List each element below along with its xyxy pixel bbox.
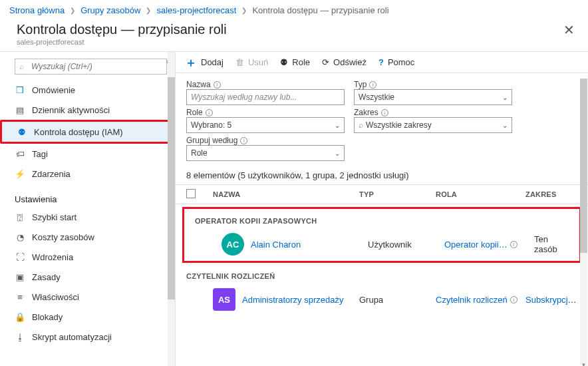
sidebar-item-quickstart[interactable]: ⍰ Szybki start bbox=[0, 207, 175, 227]
roles-button[interactable]: ⚉ Role bbox=[280, 57, 310, 67]
info-icon[interactable]: i bbox=[206, 109, 213, 116]
page-subtitle: sales-projectforecast bbox=[0, 38, 588, 46]
role-link[interactable]: Operator kopii… bbox=[444, 240, 508, 250]
avatar: AS bbox=[213, 288, 235, 311]
refresh-icon: ⟳ bbox=[322, 57, 329, 67]
sidebar-item-properties[interactable]: ≡ Właściwości bbox=[0, 287, 175, 307]
col-header-role[interactable]: ROLA bbox=[436, 190, 525, 198]
filter-group-label: Grupuj wedługi bbox=[186, 136, 345, 145]
toolbar-label: Role bbox=[292, 57, 310, 67]
sidebar-item-label: Wdrożenia bbox=[32, 252, 73, 262]
sidebar-item-locks[interactable]: 🔒 Blokady bbox=[0, 307, 175, 327]
trash-icon: 🗑 bbox=[235, 57, 244, 67]
delete-button[interactable]: 🗑 Usuń bbox=[235, 57, 268, 67]
sidebar-item-activity-log[interactable]: ▤ Dziennik aktywności bbox=[0, 100, 175, 120]
sidebar-item-events[interactable]: ⚡ Zdarzenia bbox=[0, 164, 175, 184]
filter-roles-label: Rolei bbox=[186, 108, 345, 117]
scroll-down-icon[interactable]: ▼ bbox=[580, 360, 587, 366]
sidebar-item-automation-script[interactable]: ⭳ Skrypt automatyzacji bbox=[0, 327, 175, 347]
help-icon: ? bbox=[378, 57, 384, 67]
search-icon: ⌕ bbox=[19, 62, 24, 71]
filter-scope-label: Zakresi bbox=[354, 108, 512, 117]
chevron-down-icon: ⌄ bbox=[502, 122, 508, 129]
log-icon: ▤ bbox=[15, 104, 25, 115]
chevron-down-icon: ⌄ bbox=[335, 122, 340, 129]
col-header-name[interactable]: NAZWA bbox=[213, 190, 359, 198]
policy-icon: ▣ bbox=[15, 272, 25, 282]
filter-group-select[interactable]: Role⌄ bbox=[186, 145, 345, 161]
group-title: CZYTELNIK ROZLICZEŃ bbox=[176, 266, 588, 284]
chevron-down-icon: ⌄ bbox=[502, 94, 508, 101]
info-icon[interactable]: i bbox=[381, 109, 388, 116]
breadcrumb-rg[interactable]: Grupy zasobów bbox=[80, 5, 140, 15]
filter-name-label: Nazwai bbox=[186, 80, 345, 89]
sidebar-item-label: Zdarzenia bbox=[32, 169, 71, 179]
info-icon[interactable]: i bbox=[240, 137, 247, 144]
filter-type-select[interactable]: Wszystkie⌄ bbox=[354, 89, 512, 105]
chevron-right-icon: ❯ bbox=[70, 7, 75, 14]
principal-type: Grupa bbox=[359, 295, 436, 305]
refresh-button[interactable]: ⟳ Odśwież bbox=[322, 57, 367, 67]
breadcrumb-current: Kontrola dostępu — przypisanie roli bbox=[252, 5, 388, 15]
sidebar-item-label: Koszty zasobów bbox=[32, 232, 94, 242]
scope-text: Subskrypcja (odzie… bbox=[525, 295, 577, 305]
principal-link[interactable]: Alain Charon bbox=[251, 240, 301, 250]
sidebar-item-label: Skrypt automatyzacji bbox=[32, 332, 112, 342]
scope-text: Ten zasób bbox=[534, 234, 569, 254]
info-icon[interactable]: i bbox=[510, 296, 517, 303]
script-icon: ⭳ bbox=[15, 331, 25, 342]
table-row[interactable]: AC Alain Charon Użytkownik Operator kopi… bbox=[184, 229, 579, 260]
col-header-scope[interactable]: ZAKRES bbox=[525, 190, 577, 198]
sidebar-search-input[interactable] bbox=[15, 59, 167, 75]
close-icon[interactable]: ✕ bbox=[559, 22, 579, 38]
main-content: ＋ Dodaj 🗑 Usuń ⚉ Role ⟳ Odśwież ? Pomoc bbox=[176, 52, 588, 366]
help-button[interactable]: ? Pomoc bbox=[378, 57, 414, 67]
sidebar-item-label: Szybki start bbox=[32, 212, 76, 222]
add-button[interactable]: ＋ Dodaj bbox=[185, 57, 223, 67]
sidebar-item-iam[interactable]: ⚉ Kontrola dostępu (IAM) bbox=[0, 120, 175, 144]
scope-link[interactable]: Subskrypcja bbox=[525, 295, 577, 305]
col-header-type[interactable]: TYP bbox=[359, 190, 436, 198]
main-scrollbar[interactable]: ▲ ▼ bbox=[580, 79, 587, 366]
breadcrumb: Strona główna ❯ Grupy zasobów ❯ sales-pr… bbox=[0, 0, 588, 21]
sidebar-item-overview[interactable]: ❒ Omówienie bbox=[0, 80, 175, 100]
sidebar-scrollbar[interactable] bbox=[168, 52, 175, 366]
filter-roles-select[interactable]: Wybrano: 5⌄ bbox=[186, 117, 345, 133]
chevron-right-icon: ❯ bbox=[241, 7, 247, 14]
lock-icon: 🔒 bbox=[15, 311, 25, 322]
table-row[interactable]: AS Administratorzy sprzedaży Grupa Czyte… bbox=[176, 284, 588, 315]
sidebar-item-label: Zasady bbox=[32, 272, 61, 282]
info-icon[interactable]: i bbox=[510, 241, 517, 248]
breadcrumb-resource[interactable]: sales-projectforecast bbox=[156, 5, 236, 15]
principal-type: Użytkownik bbox=[368, 240, 444, 250]
cube-icon: ❒ bbox=[15, 85, 25, 95]
roles-icon: ⚉ bbox=[280, 57, 288, 67]
sidebar-item-costs[interactable]: ◔ Koszty zasobów bbox=[0, 227, 175, 247]
sidebar-item-tags[interactable]: 🏷 Tagi bbox=[0, 144, 175, 164]
role-link[interactable]: Czytelnik rozliczeń bbox=[436, 295, 508, 305]
filters: Nazwai Wyszukaj według nazwy lub... Typi… bbox=[176, 73, 588, 164]
sidebar-item-policies[interactable]: ▣ Zasady bbox=[0, 267, 175, 287]
filter-scope-select[interactable]: ⌕Wszystkie zakresy⌄ bbox=[354, 117, 512, 133]
sidebar-item-label: Kontrola dostępu (IAM) bbox=[34, 127, 123, 137]
info-icon[interactable]: i bbox=[214, 81, 221, 89]
sidebar-item-label: Dziennik aktywności bbox=[32, 105, 110, 115]
people-icon: ⚉ bbox=[17, 126, 27, 137]
sidebar-item-label: Omówienie bbox=[32, 85, 75, 95]
chevron-down-icon: ⌄ bbox=[335, 150, 340, 157]
breadcrumb-home[interactable]: Strona główna bbox=[9, 5, 65, 15]
tag-icon: 🏷 bbox=[15, 148, 25, 159]
cost-icon: ◔ bbox=[15, 232, 25, 242]
sidebar-item-deployments[interactable]: ⛶ Wdrożenia bbox=[0, 247, 175, 267]
info-icon[interactable]: i bbox=[369, 81, 376, 89]
principal-link[interactable]: Administratorzy sprzedaży bbox=[242, 295, 343, 305]
sidebar-item-label: Właściwości bbox=[32, 292, 79, 302]
results-summary: 8 elementów (5 użytkowników, 1 grupa, 2 … bbox=[176, 164, 588, 184]
sidebar: « ⌕ ❒ Omówienie ▤ Dziennik aktywności ⚉ … bbox=[0, 52, 176, 366]
select-all-checkbox[interactable] bbox=[186, 189, 196, 198]
plus-icon: ＋ bbox=[185, 58, 197, 67]
sidebar-item-label: Tagi bbox=[32, 149, 48, 159]
filter-type-label: Typi bbox=[354, 80, 512, 89]
sidebar-section-settings: Ustawienia bbox=[0, 188, 175, 207]
filter-name-input[interactable]: Wyszukaj według nazwy lub... bbox=[186, 89, 345, 105]
